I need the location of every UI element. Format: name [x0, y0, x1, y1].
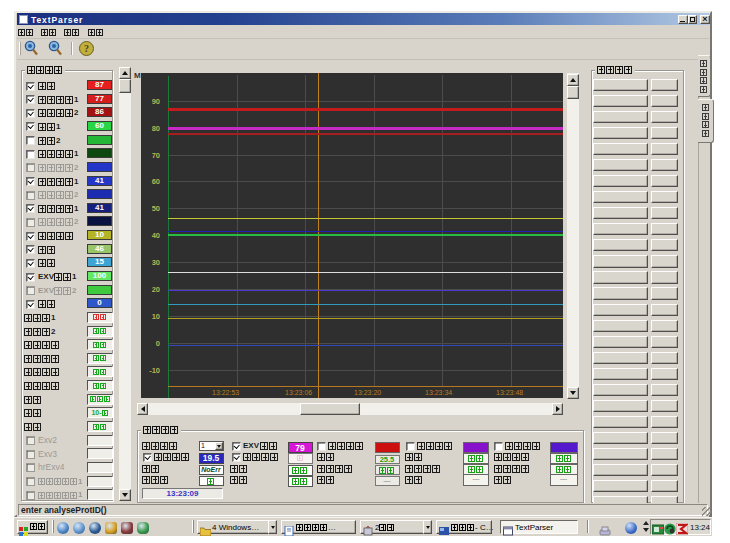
svg-text:?: ?: [84, 43, 89, 54]
